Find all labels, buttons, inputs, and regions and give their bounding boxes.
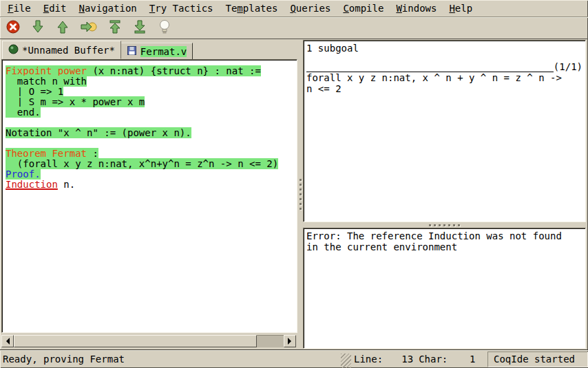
scroll-left-button[interactable]	[1, 335, 14, 347]
code-line: | S m => x * power x m	[6, 97, 297, 107]
menu-compile[interactable]: Compile	[337, 1, 390, 15]
char-value: 1	[448, 354, 475, 365]
code-line: Induction n.	[6, 180, 297, 190]
goal-separator-line	[306, 63, 554, 72]
ide-status: CoqIde started	[487, 351, 588, 367]
goal-counter: (1/1)	[554, 62, 582, 72]
restart-icon	[108, 19, 122, 36]
code-line: match n with	[6, 76, 297, 87]
go-to-end-button[interactable]	[130, 19, 149, 37]
goal-view[interactable]: 1 subgoal (1/1) forall x y z n:nat, x ^ …	[303, 40, 586, 222]
char-label: Char:	[419, 354, 448, 365]
code-line: (forall x y z n:nat, x^n+y^n = z^n -> n …	[6, 159, 297, 169]
menu-navigation[interactable]: Navigation	[72, 1, 143, 15]
go-to-cursor-icon	[80, 19, 98, 36]
code-line: Proof.	[6, 169, 297, 180]
triangle-left-icon	[3, 338, 10, 345]
line-value: 13	[383, 354, 413, 365]
script-editor[interactable]: Fixpoint power (x n:nat) {struct n} : na…	[1, 59, 297, 333]
tab-fermat-v[interactable]: Fermat.v	[121, 43, 193, 59]
hint-button[interactable]	[155, 19, 174, 37]
coqide-window: { "menubar": { "items": [ {"pre": "", "a…	[0, 0, 588, 368]
script-panel: *Unnamed Buffer* Fermat.v Fixpoint power…	[0, 39, 297, 349]
menu-try-tactics[interactable]: Try Tactics	[143, 1, 220, 15]
scroll-right-button[interactable]	[284, 335, 296, 347]
goal-separator-row: (1/1)	[306, 62, 582, 72]
statusbar: Ready, proving Fermat Line:13Char:1 CoqI…	[0, 349, 588, 368]
stop-button[interactable]	[3, 19, 23, 37]
tab-label: Fermat.v	[140, 46, 187, 57]
tab-unnamed-buffer[interactable]: *Unnamed Buffer*	[2, 41, 121, 59]
menu-file[interactable]: File	[1, 1, 37, 15]
buffer-tabs: *Unnamed Buffer* Fermat.v	[1, 39, 297, 59]
stop-icon	[6, 19, 21, 36]
go-to-cursor-button[interactable]	[78, 19, 100, 37]
tab-label: *Unnamed Buffer*	[22, 45, 115, 56]
hint-icon	[158, 19, 171, 36]
menu-edit[interactable]: Edit	[37, 1, 73, 15]
vertical-pane-splitter[interactable]	[297, 39, 303, 349]
scrollbar-thumb[interactable]	[14, 335, 257, 347]
step-backward-button[interactable]	[53, 19, 72, 37]
goal-header: 1 subgoal	[306, 43, 582, 54]
main-area: *Unnamed Buffer* Fermat.v Fixpoint power…	[0, 39, 588, 349]
step-forward-icon	[31, 19, 45, 36]
step-forward-button[interactable]	[28, 19, 48, 37]
triangle-right-icon	[288, 338, 295, 345]
menu-queries[interactable]: Queries	[284, 1, 337, 15]
cursor-position: Line:13Char:1	[351, 354, 487, 365]
scrollbar-track[interactable]	[14, 335, 284, 347]
horizontal-scrollbar[interactable]	[1, 335, 296, 347]
go-to-end-icon	[133, 19, 147, 36]
menu-templates[interactable]: Templates	[220, 1, 284, 15]
menubar: File Edit Navigation Try Tactics Templat…	[0, 0, 588, 17]
toolbar	[0, 17, 588, 39]
message-view[interactable]: Error: The reference Induction was not f…	[303, 228, 586, 349]
menu-help[interactable]: Help	[443, 1, 479, 15]
menu-windows[interactable]: Windows	[390, 1, 443, 15]
line-label: Line:	[354, 354, 383, 365]
code-line: Theorem Fermat :	[6, 149, 297, 159]
goal-statement: forall x y z n:nat, x ^ n + y ^ n = z ^ …	[306, 72, 582, 94]
restart-button[interactable]	[105, 19, 125, 37]
floppy-icon	[127, 45, 137, 58]
code-line	[6, 138, 297, 149]
code-line	[6, 118, 297, 128]
code-line: Notation "x ^ n" := (power x n).	[6, 128, 297, 138]
code-line: | O => 1	[6, 87, 297, 97]
code-line: Fixpoint power (x n:nat) {struct n} : na…	[6, 66, 297, 76]
resize-grip[interactable]	[341, 354, 351, 368]
horizontal-pane-splitter[interactable]	[303, 222, 586, 228]
error-message: Error: The reference Induction was not f…	[306, 230, 582, 252]
step-backward-icon	[56, 19, 70, 36]
proof-panel: 1 subgoal (1/1) forall x y z n:nat, x ^ …	[303, 39, 588, 349]
buffer-status-icon	[8, 44, 19, 56]
code-line: end.	[6, 107, 297, 118]
status-message: Ready, proving Fermat	[0, 354, 341, 365]
